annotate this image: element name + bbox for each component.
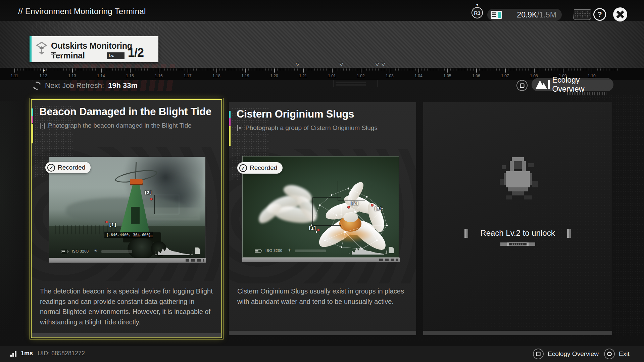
timeline-minor xyxy=(237,69,237,71)
timeline-minor xyxy=(147,69,148,71)
timeline-label: 1.20 xyxy=(270,74,278,78)
timeline-label: 1.21 xyxy=(299,74,307,78)
timeline-minor xyxy=(208,69,208,71)
card-footer-strip xyxy=(423,331,612,335)
timeline-minor xyxy=(251,69,251,71)
ecology-overview-button-top[interactable]: Ecology Overview xyxy=(532,78,613,91)
timeline-minor xyxy=(92,69,93,71)
timeline-minor xyxy=(314,69,315,71)
timeline-minor xyxy=(433,69,433,71)
timeline-minor xyxy=(144,69,145,71)
timeline-minor xyxy=(496,69,497,71)
job-title: Cistern Originium Slugs xyxy=(237,108,354,120)
timeline-minor xyxy=(69,69,69,71)
cyan-accent-strip xyxy=(229,111,231,118)
tri-down: ▽ xyxy=(340,61,343,67)
job-card-beacon-damaged[interactable]: Beacon Damaged in the Blight Tide Photog… xyxy=(31,99,222,338)
timeline-label: 1.17 xyxy=(184,74,191,78)
timeline-minor xyxy=(32,69,32,71)
photo-scrubber[interactable] xyxy=(242,258,400,262)
timeline-minor xyxy=(401,69,401,71)
timeline-minor xyxy=(384,69,384,71)
timeline-minor xyxy=(78,69,78,71)
timeline-minor xyxy=(459,69,459,71)
timeline-minor xyxy=(17,69,18,71)
timeline-minor xyxy=(519,69,520,71)
ecology-overview-button-bottom[interactable]: Ecology Overview xyxy=(533,349,599,359)
close-button[interactable] xyxy=(613,7,627,21)
magenta-accent-strip xyxy=(229,118,231,126)
timeline-minor xyxy=(566,69,566,71)
timeline-minor xyxy=(280,69,280,71)
timeline-minor xyxy=(372,69,373,71)
timeline-minor xyxy=(574,69,575,71)
timeline-minor xyxy=(312,69,312,71)
timeline-minor xyxy=(436,69,436,71)
timeline-minor xyxy=(75,69,76,71)
timeline-minor xyxy=(586,69,586,71)
unlock-progress-decor xyxy=(500,242,535,246)
timeline-minor xyxy=(543,69,543,71)
timeline-minor xyxy=(29,69,29,71)
timeline-minor xyxy=(597,69,598,71)
timeline-minor xyxy=(156,69,156,71)
timeline-minor xyxy=(219,69,220,71)
timeline-label: 1.01 xyxy=(328,74,336,78)
job-objective: Photograph a group of Cistern Originium … xyxy=(237,124,378,132)
timeline-minor xyxy=(211,69,211,71)
document-icon xyxy=(195,247,200,254)
exposure-sun-icon: ☀ xyxy=(288,248,291,253)
timeline-minor xyxy=(450,69,451,71)
r3-stick-button[interactable]: ▼ R3 xyxy=(470,3,484,20)
dither-texture xyxy=(423,102,612,335)
job-card-cistern-slugs[interactable]: Cistern Originium Slugs Photograph a gro… xyxy=(229,102,416,335)
timeline-minor xyxy=(225,69,226,71)
timeline-minor xyxy=(26,69,26,71)
card-footer-strip xyxy=(229,331,416,335)
hud-text-decor xyxy=(295,250,326,252)
timeline-minor xyxy=(346,69,347,71)
unlock-requirement-text: Reach Lv.2 to unlock xyxy=(480,228,555,238)
timeline-minor xyxy=(329,69,329,71)
timeline-minor xyxy=(369,69,370,71)
timeline-major xyxy=(188,69,188,73)
timeline-label: 1.02 xyxy=(357,74,364,78)
timeline-minor xyxy=(583,69,583,71)
timeline-minor xyxy=(202,69,202,71)
bottom-bar: 1ms UID: 6858281272 Ecology Overview Exi… xyxy=(0,346,644,362)
timeline-major xyxy=(563,69,563,73)
battery-icon xyxy=(61,250,67,253)
timeline-major xyxy=(72,69,73,73)
timeline-label: 1.11 xyxy=(11,74,18,78)
bracket-decor-right xyxy=(567,229,571,238)
currency-pill[interactable]: 20.9K/1.5M xyxy=(487,9,562,21)
timeline-minor xyxy=(499,69,500,71)
timeline-minor xyxy=(222,69,222,71)
timeline-minor xyxy=(508,69,508,71)
timeline-major xyxy=(216,69,217,73)
exit-button[interactable]: Exit xyxy=(604,349,630,359)
job-card-locked[interactable]: Reach Lv.2 to unlock xyxy=(423,102,612,335)
timeline-minor xyxy=(141,69,142,71)
timeline-minor xyxy=(465,69,465,71)
timeline-major xyxy=(361,69,361,73)
timeline-minor xyxy=(479,69,480,71)
touchpad-icon[interactable] xyxy=(573,9,592,20)
timeline-minor xyxy=(430,69,430,71)
timeline-minor xyxy=(444,69,445,71)
lock-pixel-icon xyxy=(496,149,540,206)
timeline-minor xyxy=(185,69,185,71)
timeline-minor xyxy=(127,69,127,71)
battery-icon xyxy=(255,249,261,253)
outskirts-terminal-card: Outskirts Monitoring Terminal Lv. 1/2 xyxy=(30,36,158,62)
help-button[interactable]: ? xyxy=(593,8,606,21)
photo-marker-dot xyxy=(347,206,350,209)
timeline-minor xyxy=(306,69,306,71)
ecology-overview-label: Ecology Overview xyxy=(552,76,613,94)
photo-scrubber[interactable] xyxy=(49,258,206,263)
cyan-accent-strip xyxy=(32,108,33,116)
timeline-minor xyxy=(387,69,387,71)
refresh-icon xyxy=(32,80,42,91)
photo-coordinates: [-846.4400, 304.600] xyxy=(104,232,153,238)
timeline-minor xyxy=(107,69,107,71)
